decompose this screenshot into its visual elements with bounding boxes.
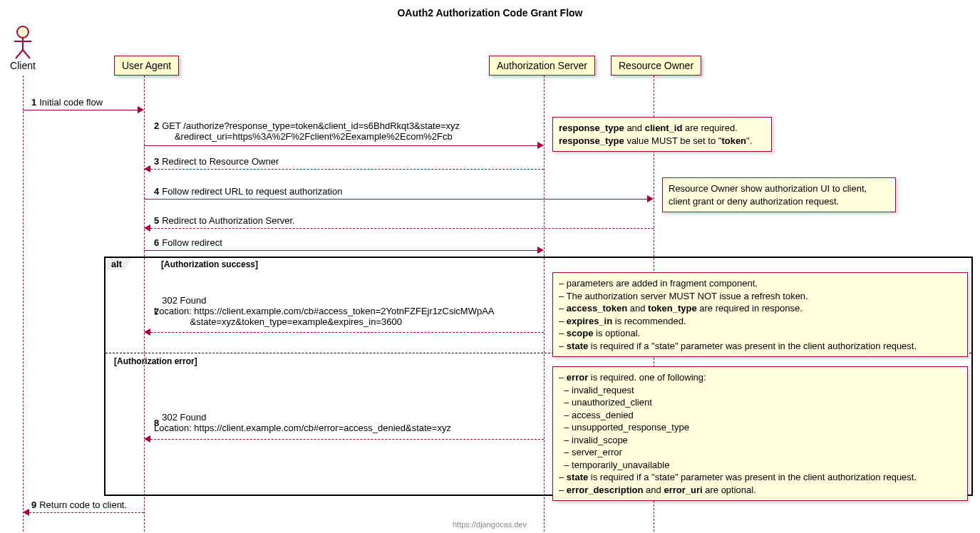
note-8: – error is required. one of following: –…	[552, 366, 968, 501]
footer-link: https://djangocas.dev	[453, 520, 527, 529]
msg-4-num: 4	[154, 186, 159, 197]
arrow-9-head	[23, 509, 29, 516]
msg-3-num: 3	[154, 156, 159, 167]
msg-1: 1Initial code flow	[31, 97, 103, 108]
svg-point-0	[17, 26, 29, 38]
arrow-8	[150, 439, 544, 440]
sequence-diagram: Client User Agent Authorization Server R…	[7, 26, 973, 532]
msg-9-text: Return code to client.	[39, 500, 127, 510]
msg-6: 6Follow redirect	[154, 237, 222, 248]
msg-8-text: 302 Found Location: https://client.examp…	[154, 412, 451, 433]
msg-5-num: 5	[154, 215, 159, 226]
msg-7-num: 7	[154, 306, 159, 317]
alt-cond-error: [Authorization error]	[114, 356, 197, 366]
actor-icon	[10, 26, 36, 60]
arrow-3-head	[144, 165, 150, 172]
actor-client-label: Client	[10, 60, 36, 71]
participant-resource-owner: Resource Owner	[611, 56, 701, 76]
arrow-3	[150, 169, 544, 170]
msg-7: 7302 Found Location: https://client.exam…	[154, 295, 494, 327]
alt-label: alt	[105, 257, 132, 270]
msg-9-num: 9	[31, 500, 36, 510]
msg-7-text: 302 Found Location: https://client.examp…	[154, 295, 494, 327]
note-4: Resource Owner show authorization UI to …	[662, 177, 896, 212]
lifeline-client	[23, 76, 24, 532]
arrow-2	[144, 145, 537, 146]
arrow-2-head	[537, 142, 544, 149]
arrow-5	[150, 228, 654, 229]
arrow-6	[144, 250, 537, 251]
arrow-5-head	[144, 224, 150, 232]
alt-cond-success: [Authorization success]	[161, 259, 258, 269]
msg-2-num: 2	[154, 120, 159, 131]
msg-4-text: Follow redirect URL to request authoriza…	[162, 186, 342, 197]
arrow-7-head	[144, 328, 150, 336]
msg-5-text: Redirect to Authorization Server.	[162, 215, 294, 226]
msg-8: 8302 Found Location: https://client.exam…	[154, 412, 451, 433]
msg-6-num: 6	[154, 237, 159, 248]
arrow-4-head	[647, 195, 654, 202]
svg-line-3	[16, 50, 23, 58]
diagram-title: OAuth2 Authorization Code Grant Flow	[7, 7, 973, 19]
arrow-7	[150, 332, 544, 333]
arrow-9	[29, 512, 144, 513]
participant-user-agent: User Agent	[114, 56, 179, 76]
msg-2-text: GET /authorize?response_type=token&clien…	[154, 120, 460, 142]
actor-client: Client	[10, 26, 36, 71]
msg-3-text: Redirect to Resource Owner	[162, 156, 279, 167]
msg-4: 4Follow redirect URL to request authoriz…	[154, 186, 342, 197]
svg-line-4	[23, 50, 30, 58]
msg-5: 5Redirect to Authorization Server.	[154, 215, 295, 226]
arrow-6-head	[537, 247, 544, 254]
msg-9: 9Return code to client.	[31, 500, 127, 510]
arrow-1-head	[138, 106, 144, 113]
note-7: – parameters are added in fragment compo…	[552, 272, 968, 357]
arrow-4	[144, 199, 647, 200]
msg-1-text: Initial code flow	[39, 97, 103, 108]
arrow-8-head	[144, 435, 150, 443]
participant-auth-server: Authorization Server	[489, 56, 595, 76]
msg-1-num: 1	[31, 97, 36, 108]
arrow-1	[23, 110, 138, 110]
msg-8-num: 8	[154, 418, 159, 428]
msg-2: 2GET /authorize?response_type=token&clie…	[154, 120, 460, 142]
msg-6-text: Follow redirect	[162, 237, 222, 248]
msg-3: 3Redirect to Resource Owner	[154, 156, 279, 167]
note-2: response_type and client_id are required…	[552, 117, 772, 152]
